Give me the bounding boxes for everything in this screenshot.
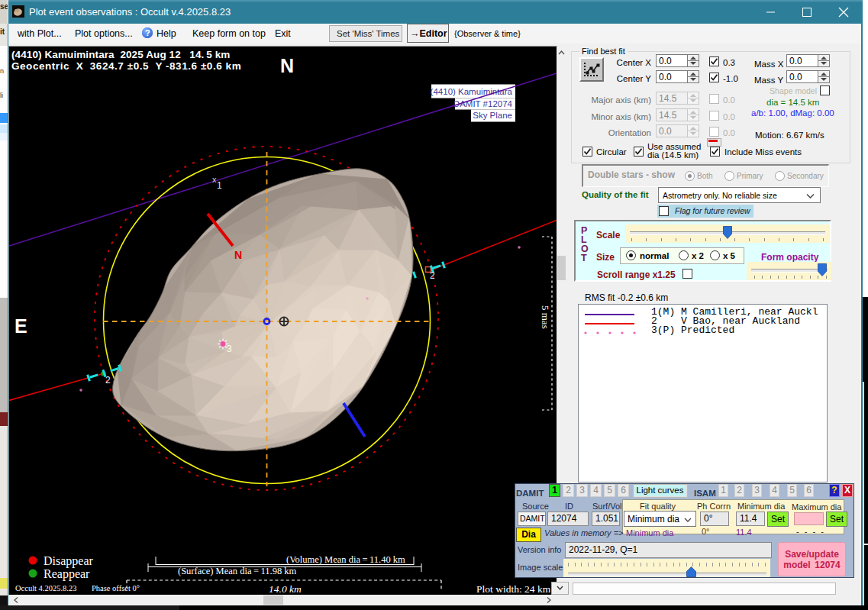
svg-text:Sky Plane: Sky Plane (473, 111, 512, 120)
svg-text:Occult 4.2025.8.23: Occult 4.2025.8.23 (15, 584, 77, 592)
svg-text:(4410) Kamuimintara 2025 Aug: (4410) Kamuimintara 2025 Aug 12 14. 5 km (11, 49, 230, 60)
svg-text:Phase offset 0°: Phase offset 0° (92, 584, 140, 592)
svg-text:(Volume) Mean dia = 11.40 km: (Volume) Mean dia = 11.40 km (286, 554, 405, 565)
svg-text:2: 2 (105, 375, 111, 386)
svg-text:2: 2 (430, 270, 435, 281)
svg-text:14.0 km: 14.0 km (269, 583, 302, 595)
svg-text:Reappear: Reappear (44, 567, 90, 581)
svg-text:5 mas: 5 mas (540, 305, 551, 329)
svg-text:DAMIT #12074: DAMIT #12074 (453, 99, 513, 108)
svg-text:Geocentric X 3624.7 ±0.5 Y: Geocentric X 3624.7 ±0.5 Y -831.6 ±0.6 k… (11, 60, 241, 72)
svg-text:N: N (234, 249, 242, 261)
svg-text:1: 1 (217, 180, 222, 191)
svg-text:(Surface) Mean dia = 11.98 km: (Surface) Mean dia = 11.98 km (178, 566, 297, 576)
svg-text:E: E (15, 315, 27, 337)
svg-text:Plot width: 24 km: Plot width: 24 km (476, 583, 551, 595)
svg-text:Disappear: Disappear (44, 554, 94, 568)
svg-text:N: N (280, 55, 294, 76)
svg-text:3: 3 (227, 344, 232, 354)
